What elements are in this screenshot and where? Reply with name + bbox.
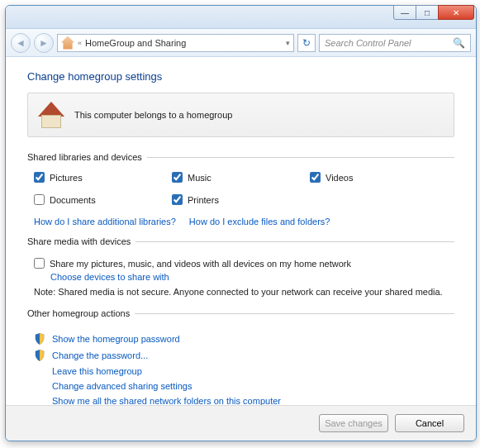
- link-share-additional[interactable]: How do I share additional libraries?: [34, 217, 176, 226]
- shield-icon: [34, 333, 45, 345]
- search-input[interactable]: Search Control Panel 🔍: [319, 34, 471, 52]
- checkbox-documents-input[interactable]: [34, 194, 45, 205]
- checkbox-share-media[interactable]: Share my pictures, music, and videos wit…: [34, 258, 448, 269]
- address-bar[interactable]: « HomeGroup and Sharing ▾: [57, 34, 294, 52]
- link-choose-devices[interactable]: Choose devices to share with: [50, 272, 448, 282]
- share-media-legend: Share media with devices: [27, 236, 135, 246]
- save-button[interactable]: Save changes: [319, 414, 388, 432]
- page-title: Change homegroup settings: [27, 70, 454, 83]
- cancel-button[interactable]: Cancel: [395, 414, 464, 432]
- checkbox-videos-input[interactable]: [310, 172, 321, 183]
- house-icon: [38, 102, 64, 128]
- other-actions-legend: Other homegroup actions: [27, 308, 135, 318]
- other-actions-section: Other homegroup actions Show the homegro…: [27, 308, 454, 405]
- link-exclude-files[interactable]: How do I exclude files and folders?: [189, 217, 330, 226]
- back-button[interactable]: ◄: [11, 33, 31, 53]
- banner-text: This computer belongs to a homegroup: [74, 110, 232, 120]
- checkbox-pictures[interactable]: Pictures: [34, 172, 172, 183]
- checkbox-videos[interactable]: Videos: [310, 172, 448, 183]
- checkbox-music[interactable]: Music: [172, 172, 310, 183]
- control-panel-window: — □ ✕ ◄ ► « HomeGroup and Sharing ▾ ↻ Se…: [5, 5, 477, 441]
- breadcrumb-prefix: «: [78, 39, 82, 47]
- refresh-button[interactable]: ↻: [297, 34, 316, 52]
- link-change-password[interactable]: Change the password...: [52, 350, 148, 360]
- checkbox-documents-label: Documents: [50, 195, 96, 205]
- link-show-password[interactable]: Show the homegroup password: [52, 334, 180, 344]
- share-media-section: Share media with devices Share my pictur…: [27, 236, 454, 302]
- checkbox-pictures-input[interactable]: [34, 172, 45, 183]
- maximize-button[interactable]: □: [416, 5, 439, 20]
- footer-bar: Save changes Cancel: [6, 405, 476, 441]
- home-icon: [61, 36, 74, 50]
- chevron-down-icon[interactable]: ▾: [286, 39, 290, 47]
- checkbox-share-media-label: Share my pictures, music, and videos wit…: [50, 259, 351, 269]
- shared-libraries-legend: Shared libraries and devices: [27, 152, 147, 162]
- checkbox-documents[interactable]: Documents: [34, 194, 172, 205]
- breadcrumb[interactable]: HomeGroup and Sharing: [85, 38, 186, 48]
- checkbox-music-input[interactable]: [172, 172, 183, 183]
- checkbox-music-label: Music: [188, 173, 211, 183]
- checkbox-pictures-label: Pictures: [50, 173, 83, 183]
- checkbox-printers-input[interactable]: [172, 194, 183, 205]
- search-icon: 🔍: [453, 37, 465, 49]
- content-pane: Change homegroup settings This computer …: [6, 57, 476, 405]
- shield-icon: [34, 350, 45, 361]
- search-placeholder: Search Control Panel: [325, 38, 411, 48]
- checkbox-printers[interactable]: Printers: [172, 194, 310, 205]
- shared-libraries-section: Shared libraries and devices Pictures Mu…: [27, 152, 454, 230]
- navigation-bar: ◄ ► « HomeGroup and Sharing ▾ ↻ Search C…: [6, 29, 476, 57]
- titlebar: — □ ✕: [6, 6, 476, 29]
- minimize-button[interactable]: —: [393, 5, 416, 20]
- checkbox-videos-label: Videos: [326, 173, 353, 183]
- close-button[interactable]: ✕: [438, 5, 474, 20]
- status-banner: This computer belongs to a homegroup: [27, 93, 454, 137]
- link-show-all-folders[interactable]: Show me all the shared network folders o…: [52, 396, 281, 405]
- link-leave-homegroup[interactable]: Leave this homegroup: [52, 366, 142, 376]
- forward-button[interactable]: ►: [34, 33, 54, 53]
- checkbox-share-media-input[interactable]: [34, 258, 45, 269]
- link-advanced-sharing[interactable]: Change advanced sharing settings: [52, 381, 192, 391]
- checkbox-printers-label: Printers: [188, 195, 219, 205]
- media-note: Note: Shared media is not secure. Anyone…: [34, 287, 448, 297]
